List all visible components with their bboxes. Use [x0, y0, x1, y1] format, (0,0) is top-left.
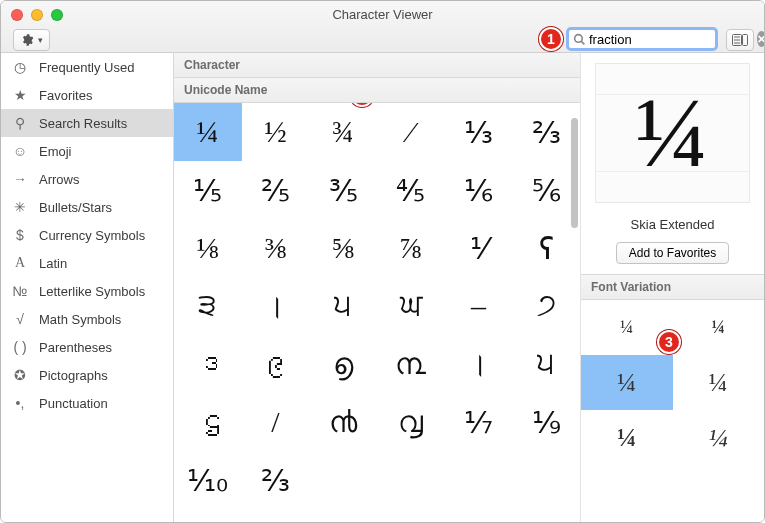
- char-cell[interactable]: ਘ: [377, 277, 445, 335]
- character-header: Character: [174, 53, 580, 78]
- char-cell[interactable]: ⅟: [445, 219, 513, 277]
- char-cell[interactable]: ⅝: [309, 219, 377, 277]
- toggle-sidebar-button[interactable]: [726, 29, 754, 51]
- bullet-icon: ✳: [11, 199, 29, 215]
- char-cell[interactable]: ൭: [309, 335, 377, 393]
- sidebar-item-letterlike-symbols[interactable]: №Letterlike Symbols: [1, 277, 173, 305]
- char-cell[interactable]: ⅗: [309, 161, 377, 219]
- char-cell[interactable]: ⅓: [445, 103, 513, 161]
- sidebar-item-label: Math Symbols: [39, 312, 121, 327]
- add-to-favorites-button[interactable]: Add to Favorites: [616, 242, 729, 264]
- sidebar-item-label: Emoji: [39, 144, 72, 159]
- clock-icon: ◷: [11, 59, 29, 75]
- char-cell[interactable]: ൯: [309, 393, 377, 451]
- currency-icon: $: [11, 227, 29, 243]
- variation-cell[interactable]: ¼: [581, 355, 673, 410]
- settings-menu-button[interactable]: ▾: [13, 29, 50, 51]
- char-cell[interactable]: ।: [242, 277, 310, 335]
- char-cell[interactable]: [309, 451, 377, 509]
- char-cell[interactable]: ੫: [512, 335, 580, 393]
- font-variations-grid: ¼¼¼¼¼¼3: [581, 300, 764, 465]
- search-icon: [573, 33, 586, 46]
- char-cell[interactable]: ൮: [377, 393, 445, 451]
- search-icon: ⚲: [11, 115, 29, 131]
- emoji-icon: ☺: [11, 143, 29, 159]
- gear-icon: [20, 33, 34, 47]
- math-icon: √: [11, 311, 29, 327]
- scrollbar-thumb[interactable]: [571, 118, 578, 228]
- main-area: Character Unicode Name ¼½¾⁄⅓⅔⅕⅖⅗⅘⅙⅚⅛⅜⅝⅞⅟…: [174, 53, 764, 522]
- char-cell[interactable]: ⁄: [377, 103, 445, 161]
- char-cell[interactable]: /: [242, 393, 310, 451]
- search-field-wrap: ✕: [566, 27, 718, 51]
- char-cell[interactable]: ⅚: [512, 161, 580, 219]
- arrow-icon: →: [11, 171, 29, 187]
- char-cell[interactable]: ।: [445, 335, 513, 393]
- sidebar-item-parentheses[interactable]: ( )Parentheses: [1, 333, 173, 361]
- sidebar-item-math-symbols[interactable]: √Math Symbols: [1, 305, 173, 333]
- char-cell[interactable]: –: [445, 277, 513, 335]
- char-cell[interactable]: [377, 451, 445, 509]
- grid-scroll[interactable]: ¼½¾⁄⅓⅔⅕⅖⅗⅘⅙⅚⅛⅜⅝⅞⅟ʕ੩।੫ਘ–੭ဒ၉൭൩।੫ဌ/൯൮⅐⅑⅒⅔ 2: [174, 103, 580, 522]
- titlebar: Character Viewer ▾ 1 ✕: [1, 1, 764, 53]
- font-name-label: Skia Extended: [581, 217, 764, 232]
- callout-1: 1: [539, 27, 563, 51]
- preview-box: ¼: [595, 63, 750, 203]
- variation-cell[interactable]: ¼: [673, 410, 765, 465]
- sidebar-item-pictographs[interactable]: ✪Pictographs: [1, 361, 173, 389]
- char-cell[interactable]: ⅞: [377, 219, 445, 277]
- sidebar-item-bullets-stars[interactable]: ✳Bullets/Stars: [1, 193, 173, 221]
- punct-icon: •,: [11, 395, 29, 411]
- sidebar-item-frequently-used[interactable]: ◷Frequently Used: [1, 53, 173, 81]
- variation-cell[interactable]: ¼: [581, 300, 673, 355]
- variation-cell[interactable]: ¼: [673, 300, 765, 355]
- char-cell[interactable]: ¾: [309, 103, 377, 161]
- character-grid: ¼½¾⁄⅓⅔⅕⅖⅗⅘⅙⅚⅛⅜⅝⅞⅟ʕ੩।੫ਘ–੭ဒ၉൭൩।੫ဌ/൯൮⅐⅑⅒⅔: [174, 103, 580, 509]
- sidebar-item-label: Punctuation: [39, 396, 108, 411]
- sidebar-item-label: Frequently Used: [39, 60, 134, 75]
- char-cell[interactable]: ⅐: [445, 393, 513, 451]
- char-cell[interactable]: ੩: [174, 277, 242, 335]
- variation-cell[interactable]: ¼: [673, 355, 765, 410]
- char-cell[interactable]: ൩: [377, 335, 445, 393]
- sidebar-item-favorites[interactable]: ★Favorites: [1, 81, 173, 109]
- char-cell[interactable]: ʕ: [512, 219, 580, 277]
- sidebar-item-arrows[interactable]: →Arrows: [1, 165, 173, 193]
- sidebar-item-label: Letterlike Symbols: [39, 284, 145, 299]
- sidebar-item-search-results[interactable]: ⚲Search Results: [1, 109, 173, 137]
- char-cell[interactable]: ⅙: [445, 161, 513, 219]
- char-cell[interactable]: ⅒: [174, 451, 242, 509]
- char-cell[interactable]: ဌ: [174, 393, 242, 451]
- svg-point-0: [575, 34, 583, 42]
- char-cell[interactable]: ⅕: [174, 161, 242, 219]
- char-cell[interactable]: [512, 451, 580, 509]
- char-cell[interactable]: ⅛: [174, 219, 242, 277]
- variation-cell[interactable]: ¼: [581, 410, 673, 465]
- char-cell[interactable]: ⅘: [377, 161, 445, 219]
- sidebar-item-label: Search Results: [39, 116, 127, 131]
- sidebar-item-currency-symbols[interactable]: $Currency Symbols: [1, 221, 173, 249]
- pictograph-icon: ✪: [11, 367, 29, 383]
- sidebar-item-label: Favorites: [39, 88, 92, 103]
- svg-rect-3: [743, 35, 748, 46]
- char-cell[interactable]: ⅔: [242, 451, 310, 509]
- sidebar-item-emoji[interactable]: ☺Emoji: [1, 137, 173, 165]
- font-variation-header: Font Variation: [581, 274, 764, 300]
- char-cell[interactable]: ੭: [512, 277, 580, 335]
- character-viewer-window: Character Viewer ▾ 1 ✕ ◷Frequently Used★…: [0, 0, 765, 523]
- sidebar-item-latin[interactable]: ALatin: [1, 249, 173, 277]
- char-cell[interactable]: ⅔: [512, 103, 580, 161]
- char-cell[interactable]: ½: [242, 103, 310, 161]
- clear-search-button[interactable]: ✕: [757, 31, 765, 47]
- char-cell[interactable]: ဒ: [174, 335, 242, 393]
- char-cell[interactable]: ੫: [309, 277, 377, 335]
- char-cell[interactable]: ၉: [242, 335, 310, 393]
- star-icon: ★: [11, 87, 29, 103]
- char-cell[interactable]: ⅑: [512, 393, 580, 451]
- char-cell[interactable]: ⅖: [242, 161, 310, 219]
- sidebar-item-punctuation[interactable]: •,Punctuation: [1, 389, 173, 417]
- char-cell[interactable]: [445, 451, 513, 509]
- latin-icon: A: [11, 255, 29, 271]
- char-cell[interactable]: ¼: [174, 103, 242, 161]
- char-cell[interactable]: ⅜: [242, 219, 310, 277]
